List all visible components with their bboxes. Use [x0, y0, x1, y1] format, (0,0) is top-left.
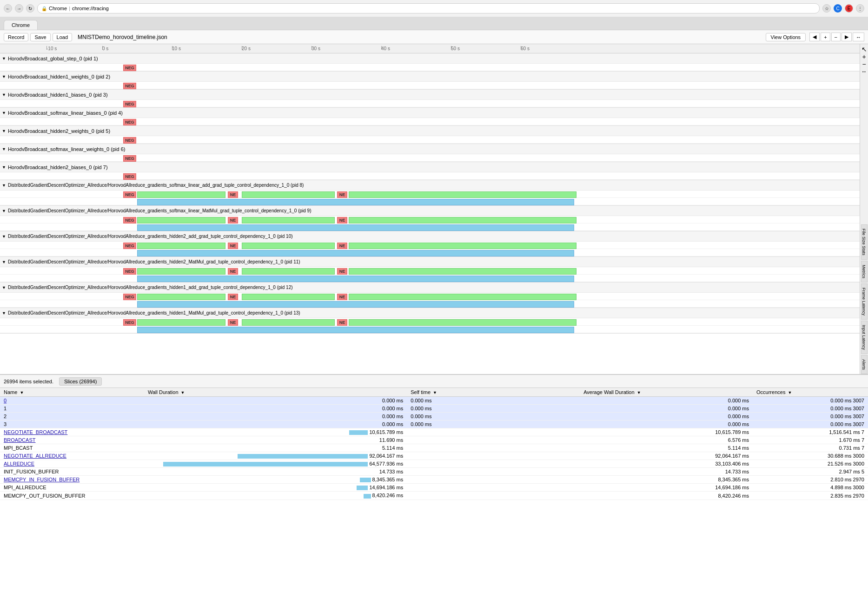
green-block-pid10-3[interactable] — [349, 243, 576, 249]
record-button[interactable]: Record — [4, 33, 28, 41]
col-header-wall[interactable]: Wall Duration ▼ — [144, 388, 407, 397]
blue-block-pid10[interactable] — [137, 250, 574, 256]
neg-block-pid3[interactable]: NEG — [123, 101, 136, 107]
cell-name[interactable]: MEMCPY_IN_FUSION_BUFFER — [0, 476, 144, 484]
name-link[interactable]: 0 — [4, 398, 7, 403]
expand-arrow-pid12[interactable]: ▼ — [2, 285, 6, 290]
ne-block-pid10-1[interactable]: NE — [228, 243, 238, 249]
blue-block-pid13[interactable] — [137, 327, 574, 333]
green-block-pid11-1[interactable] — [137, 268, 225, 275]
expand-arrow-pid8[interactable]: ▼ — [2, 183, 6, 188]
cell-name[interactable]: ALLREDUCE — [0, 460, 144, 468]
expand-arrow-pid10[interactable]: ▼ — [2, 234, 6, 239]
neg-block-pid4[interactable]: NEG — [123, 119, 136, 125]
table-row[interactable]: INIT_FUSION_BUFFER14.733 ms14.733 ms2.94… — [0, 468, 868, 476]
col-header-self[interactable]: Self time ▼ — [407, 388, 580, 397]
track-header-pid8[interactable]: ▼ DistributedGradientDescentOptimizer_Al… — [0, 180, 860, 191]
table-row[interactable]: BROADCAST11.690 ms6.576 ms1.670 ms 7 — [0, 436, 868, 444]
table-row[interactable]: MPI_BCAST5.114 ms5.114 ms0.731 ms 7 — [0, 444, 868, 452]
metrics-tab[interactable]: Metrics — [861, 261, 868, 283]
col-header-name[interactable]: Name ▼ — [0, 388, 144, 397]
green-block-pid11-3[interactable] — [349, 268, 576, 275]
green-block-pid9-2[interactable] — [242, 217, 335, 223]
table-row[interactable]: NEGOTIATE_ALLREDUCE 92,064.167 ms92,064.… — [0, 452, 868, 460]
ne-block-pid12-1[interactable]: NE — [228, 294, 238, 300]
neg-block-pid7[interactable]: NEG — [123, 173, 136, 180]
name-link[interactable]: BROADCAST — [4, 437, 35, 443]
blue-block-pid12[interactable] — [137, 301, 574, 308]
ne-block-pid8-2[interactable]: NE — [337, 191, 347, 198]
cell-name[interactable]: BROADCAST — [0, 436, 144, 444]
ne-block-pid8-1[interactable]: NE — [228, 191, 238, 198]
track-header-pid7[interactable]: ▼ HorodvBroadcast_hidden2_biases_0 (pid … — [0, 162, 860, 172]
table-row[interactable]: MEMCPY_IN_FUSION_BUFFER 8,345.365 ms8,34… — [0, 476, 868, 484]
view-options-button[interactable]: View Options — [766, 33, 806, 41]
green-block-pid9-3[interactable] — [349, 217, 576, 223]
green-block-pid12-1[interactable] — [137, 294, 225, 300]
neg-block-pid5[interactable]: NEG — [123, 137, 136, 144]
neg-block-pid2[interactable]: NEG — [123, 83, 136, 89]
expand-arrow-pid7[interactable]: ▼ — [2, 165, 6, 170]
green-block-pid8-3[interactable] — [349, 191, 576, 198]
green-block-pid13-1[interactable] — [137, 319, 225, 326]
track-header-pid11[interactable]: ▼ DistributedGradientDescentOptimizer_Al… — [0, 257, 860, 267]
track-header-pid12[interactable]: ▼ DistributedGradientDescentOptimizer_Al… — [0, 283, 860, 293]
ne-block-pid13-2[interactable]: NE — [337, 319, 347, 326]
ne-block-pid13-1[interactable]: NE — [228, 319, 238, 326]
load-button[interactable]: Load — [53, 33, 72, 41]
table-row[interactable]: 30.000 ms0.000 ms0.000 ms0.000 ms 3007 — [0, 420, 868, 428]
expand-arrow-pid2[interactable]: ▼ — [2, 74, 6, 79]
green-block-pid9-1[interactable] — [137, 217, 225, 223]
table-row[interactable]: MEMCPY_OUT_FUSION_BUFFER 8,420.246 ms8,4… — [0, 492, 868, 499]
table-row[interactable]: NEGOTIATE_BROADCAST 10,615.789 ms10,615.… — [0, 428, 868, 436]
file-size-stats-tab[interactable]: File Size Stats — [861, 224, 868, 260]
table-row[interactable]: 10.000 ms0.000 ms0.000 ms0.000 ms 3007 — [0, 405, 868, 413]
cursor-icon[interactable]: ↖ — [861, 46, 868, 53]
expand-arrow-pid13[interactable]: ▼ — [2, 311, 6, 315]
zoom-in-button[interactable]: + — [821, 33, 830, 41]
track-header-pid10[interactable]: ▼ DistributedGradientDescentOptimizer_Al… — [0, 231, 860, 242]
neg-block-pid6[interactable]: NEG — [123, 155, 136, 162]
back-button[interactable]: ← — [4, 4, 12, 13]
ne-block-pid9-1[interactable]: NE — [228, 217, 238, 223]
table-row[interactable]: MPI_ALLREDUCE 14,694.186 ms14,694.186 ms… — [0, 484, 868, 492]
fit-icon[interactable]: ↔ — [861, 68, 868, 75]
star-icon[interactable]: ☆ — [822, 4, 831, 13]
expand-arrow-pid5[interactable]: ▼ — [2, 129, 6, 133]
pan-right-button[interactable]: ▶ — [841, 33, 852, 41]
neg-block-pid1[interactable]: NEG — [123, 65, 136, 71]
input-latency-tab[interactable]: Input Latency — [861, 321, 868, 354]
name-link[interactable]: NEGOTIATE_ALLREDUCE — [4, 453, 66, 459]
track-header-pid4[interactable]: ▼ HorodvBroadcast_softmax_linear_biases_… — [0, 108, 860, 118]
frame-latency-tab[interactable]: Frame Latency — [861, 283, 868, 320]
neg-block-pid13[interactable]: NEG — [123, 319, 136, 326]
green-block-pid8-2[interactable] — [242, 191, 335, 198]
zoom-in-icon[interactable]: + — [861, 53, 868, 60]
chrome-icon[interactable]: C — [834, 4, 842, 13]
save-button[interactable]: Save — [30, 33, 50, 41]
name-link[interactable]: ALLREDUCE — [4, 461, 34, 466]
track-header-pid1[interactable]: ▼ HorodvBroadcast_global_step_0 (pid 1) — [0, 53, 860, 64]
cell-name[interactable]: NEGOTIATE_BROADCAST — [0, 428, 144, 436]
ne-block-pid12-2[interactable]: NE — [337, 294, 347, 300]
expand-arrow-pid6[interactable]: ▼ — [2, 147, 6, 151]
expand-arrow-pid4[interactable]: ▼ — [2, 111, 6, 115]
neg-block-pid12[interactable]: NEG — [123, 294, 136, 300]
table-scroll[interactable]: Name ▼ Wall Duration ▼ Self time ▼ Avera… — [0, 388, 868, 611]
blue-block-pid9[interactable] — [137, 224, 574, 231]
neg-block-pid10[interactable]: NEG — [123, 243, 136, 249]
expand-arrow-pid1[interactable]: ▼ — [2, 56, 6, 61]
extension-icon1[interactable]: E — [845, 4, 853, 13]
ne-block-pid11-2[interactable]: NE — [337, 268, 347, 275]
neg-block-pid9[interactable]: NEG — [123, 217, 136, 223]
reload-button[interactable]: ↻ — [26, 4, 34, 13]
green-block-pid8-1[interactable] — [137, 191, 225, 198]
blue-block-pid8[interactable] — [137, 199, 574, 205]
pan-left-button[interactable]: ◀ — [809, 33, 820, 41]
neg-block-pid8[interactable]: NEG — [123, 191, 136, 198]
menu-icon[interactable]: ⋮ — [856, 4, 864, 13]
ne-block-pid10-2[interactable]: NE — [337, 243, 347, 249]
track-header-pid2[interactable]: ▼ HorodvBroadcast_hidden1_weights_0 (pid… — [0, 72, 860, 82]
track-header-pid5[interactable]: ▼ HorodvBroadcast_hidden2_weights_0 (pid… — [0, 126, 860, 136]
track-header-pid3[interactable]: ▼ HorodvBroadcast_hidden1_biases_0 (pid … — [0, 90, 860, 100]
